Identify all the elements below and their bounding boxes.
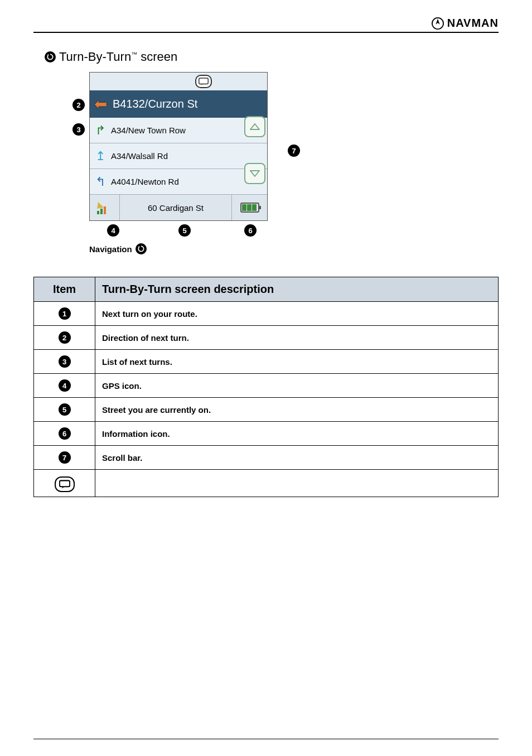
page-footer-rule: [33, 739, 499, 739]
item-cell: 4: [34, 374, 95, 398]
svg-rect-5: [59, 480, 69, 487]
device-screenshot: ⬅ B4132/Curzon St ↱ A34/New Town Row ↥ A…: [89, 72, 268, 221]
scroll-up-button[interactable]: [244, 116, 265, 137]
information-icon[interactable]: [231, 195, 267, 220]
item-cell: [34, 470, 95, 497]
desc-cell: Scroll bar.: [95, 446, 499, 470]
next-turn-bar: ⬅ B4132/Curzon St: [90, 90, 267, 118]
turn-left-icon: ⬅: [94, 95, 107, 113]
item-cell: 7: [34, 446, 95, 470]
turn-arrow-icon: ↱: [95, 123, 105, 138]
list-item[interactable]: ↱ A34/New Town Row: [90, 118, 267, 143]
table-row: [34, 470, 499, 497]
list-item[interactable]: ↰ A4041/Newton Rd: [90, 169, 267, 195]
item-cell: 5: [34, 398, 95, 422]
callout-2: 2: [72, 99, 85, 111]
item-cell: 1: [34, 302, 95, 326]
navman-logo-icon: [432, 17, 444, 30]
callout-7: 7: [288, 145, 300, 157]
battery-icon: [240, 203, 259, 213]
callout-5: 5: [178, 224, 191, 237]
desc-cell: Information icon.: [95, 422, 499, 446]
gps-icon[interactable]: [90, 195, 120, 220]
table-header-desc: Turn-By-Turn screen description: [95, 277, 499, 302]
item-number-badge: 3: [59, 355, 71, 368]
next-turn-label: B4132/Curzon St: [113, 98, 197, 110]
item-number-badge: 1: [59, 307, 71, 320]
item-number-badge: 6: [59, 427, 71, 440]
info-bubble-icon: [55, 476, 75, 492]
current-street: 60 Cardigan St: [120, 203, 231, 213]
item-cell: 2: [34, 326, 95, 350]
table-row: 4GPS icon.: [34, 374, 499, 398]
item-cell: 6: [34, 422, 95, 446]
table-header-item: Item: [34, 277, 95, 302]
svg-rect-2: [97, 211, 99, 214]
item-number-badge: 7: [59, 451, 71, 464]
callout-6: 6: [244, 224, 257, 237]
turn-arrow-icon: ↥: [95, 149, 105, 163]
svg-rect-1: [199, 78, 209, 84]
turn-label: A34/Walsall Rd: [111, 151, 168, 161]
brand-logo: NAVMAN: [432, 17, 499, 30]
svg-rect-3: [100, 209, 103, 214]
item-cell: 3: [34, 350, 95, 374]
table-row: 5Street you are currently on.: [34, 398, 499, 422]
cycle-icon: [45, 51, 56, 62]
scroll-down-button[interactable]: [244, 163, 265, 184]
desc-cell: Next turn on your route.: [95, 302, 499, 326]
item-number-badge: 2: [59, 331, 71, 344]
brand-text: NAVMAN: [447, 17, 499, 30]
list-item[interactable]: ↥ A34/Walsall Rd: [90, 143, 267, 169]
description-table: Item Turn-By-Turn screen description 1Ne…: [33, 277, 499, 497]
heading-tm: ™: [131, 51, 137, 57]
desc-cell: GPS icon.: [95, 374, 499, 398]
table-row: 6Information icon.: [34, 422, 499, 446]
table-row: 3List of next turns.: [34, 350, 499, 374]
turn-label: A4041/Newton Rd: [111, 177, 179, 186]
caption-text: Navigation: [89, 244, 132, 254]
desc-cell: List of next turns.: [95, 350, 499, 374]
callout-4: 4: [107, 224, 119, 237]
item-number-badge: 4: [59, 379, 71, 392]
section-heading: Turn-By-Turn™ screen: [45, 50, 499, 64]
cycle-icon: [136, 243, 147, 254]
svg-rect-4: [104, 206, 106, 214]
turn-arrow-icon: ↰: [95, 175, 105, 189]
item-number-badge: 5: [59, 403, 71, 416]
desc-cell: Direction of next turn.: [95, 326, 499, 350]
table-row: 7Scroll bar.: [34, 446, 499, 470]
scroll-bar[interactable]: [244, 116, 268, 184]
heading-suffix: screen: [141, 50, 177, 64]
callout-3: 3: [72, 123, 85, 136]
desc-cell: Street you are currently on.: [95, 398, 499, 422]
info-top-icon[interactable]: [195, 75, 212, 88]
table-row: 1Next turn on your route.: [34, 302, 499, 326]
figure-caption: Navigation: [89, 243, 499, 254]
page-header: NAVMAN: [33, 17, 499, 33]
desc-cell: [95, 470, 499, 497]
turn-label: A34/New Town Row: [111, 126, 186, 135]
table-row: 2Direction of next turn.: [34, 326, 499, 350]
heading-prefix: Turn-By-Turn: [59, 50, 131, 64]
